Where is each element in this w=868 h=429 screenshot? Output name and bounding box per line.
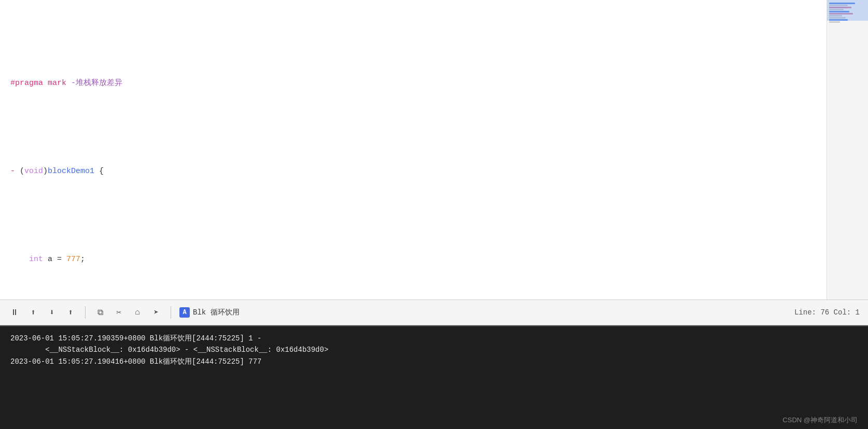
line-col-info: Line: 76 Col: 1 (794, 308, 860, 317)
scissors-icon[interactable]: ✂ (113, 306, 125, 319)
paren-close: ) (43, 163, 48, 180)
code-line-1: #pragma mark -堆栈释放差异 (0, 75, 827, 92)
step-out-icon[interactable]: ⬆ (64, 306, 77, 319)
code-panel[interactable]: #pragma mark -堆栈释放差异 - (void)blockDemo1 … (0, 0, 827, 299)
console-line-2: <__NSStackBlock__: 0x16d4b39d0> - <__NSS… (10, 344, 858, 355)
brace-open: { (94, 163, 104, 180)
pragma-keyword: #pragma mark (10, 75, 71, 92)
var-a: a = (43, 251, 66, 268)
minus-sign: - (10, 163, 20, 180)
code-line-2: - (void)blockDemo1 { (0, 163, 827, 180)
share-icon[interactable]: ⌂ (131, 306, 144, 319)
divider-2 (171, 306, 171, 319)
console-content[interactable]: 2023-06-01 15:05:27.190359+0800 Blk循环饮用[… (0, 326, 868, 429)
minimap-highlight (827, 0, 868, 21)
file-name: Blk 循环饮用 (193, 308, 240, 317)
paren-open: ( (20, 163, 24, 180)
pause-icon[interactable]: ⏸ (8, 306, 21, 319)
int-kw: int (29, 251, 43, 268)
console-line-3: 2023-06-01 15:05:27.190416+0800 Blk循环饮用[… (10, 356, 858, 367)
code-line-3: int a = 777; (0, 251, 827, 268)
editor-area: #pragma mark -堆栈释放差异 - (void)blockDemo1 … (0, 0, 868, 299)
void-kw: void (24, 163, 43, 180)
code-content: #pragma mark -堆栈释放差异 - (void)blockDemo1 … (0, 0, 827, 299)
method-name: blockDemo1 (48, 163, 94, 180)
minimap[interactable] (827, 0, 868, 299)
csdn-watermark: CSDN @神奇阿道和小司 (782, 416, 858, 425)
step-over-icon[interactable]: ⬆ (27, 306, 39, 319)
toolbar: ⏸ ⬆ ⬇ ⬆ ⧉ ✂ ⌂ ➤ A Blk 循环饮用 Line: 76 Col:… (0, 299, 868, 325)
console-line-1: 2023-06-01 15:05:27.190359+0800 Blk循环饮用[… (10, 333, 858, 344)
indent3 (10, 251, 29, 268)
frame-icon[interactable]: ⧉ (94, 306, 106, 319)
console-area: 2023-06-01 15:05:27.190359+0800 Blk循环饮用[… (0, 325, 868, 429)
step-into-icon[interactable]: ⬇ (46, 306, 58, 319)
send-icon[interactable]: ➤ (150, 306, 162, 319)
semicolon3: ; (80, 251, 85, 268)
divider-1 (85, 306, 86, 319)
pragma-text: -堆栈释放差异 (71, 75, 122, 92)
file-label: A Blk 循环饮用 (179, 307, 240, 318)
file-type-icon: A (179, 307, 190, 318)
num-777: 777 (66, 251, 80, 268)
